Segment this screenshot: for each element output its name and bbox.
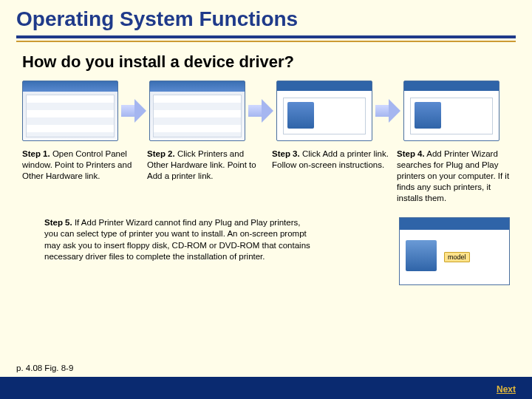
arrow-icon — [121, 96, 146, 126]
step-label: Step 4. — [397, 149, 425, 158]
caption-step1: Step 1. Open Control Panel window. Point… — [22, 149, 141, 204]
caption-row: Step 1. Open Control Panel window. Point… — [0, 141, 532, 204]
subtitle: How do you install a device driver? — [0, 42, 532, 78]
arrow-icon — [248, 96, 273, 126]
page-reference: p. 4.08 Fig. 8-9 — [16, 364, 73, 377]
step-label: Step 5. — [44, 218, 72, 227]
screenshot-step5: model — [399, 217, 510, 285]
step-text: If Add Printer Wizard cannot find any Pl… — [44, 218, 310, 262]
step-label: Step 1. — [22, 149, 50, 158]
step-label: Step 3. — [272, 149, 300, 158]
screenshot-row — [0, 78, 532, 141]
caption-step4: Step 4. Add Printer Wizard searches for … — [397, 149, 516, 204]
page-title: Operating System Functions — [0, 0, 532, 35]
caption-step2: Step 2. Click Printers and Other Hardwar… — [147, 149, 266, 204]
step-label: Step 2. — [147, 149, 175, 158]
model-callout: model — [444, 252, 470, 262]
caption-step3: Step 3. Click Add a printer link. Follow… — [272, 149, 391, 204]
footer-bar — [0, 377, 532, 399]
caption-step5: Step 5. If Add Printer Wizard cannot fin… — [44, 217, 310, 263]
next-button[interactable]: Next — [497, 384, 516, 395]
arrow-icon — [375, 96, 400, 126]
step5-block: Step 5. If Add Printer Wizard cannot fin… — [0, 204, 532, 285]
screenshot-step3 — [276, 81, 372, 141]
title-rule — [0, 35, 532, 42]
screenshot-step2 — [149, 81, 245, 141]
screenshot-step4 — [403, 81, 499, 141]
screenshot-step1 — [22, 81, 118, 141]
